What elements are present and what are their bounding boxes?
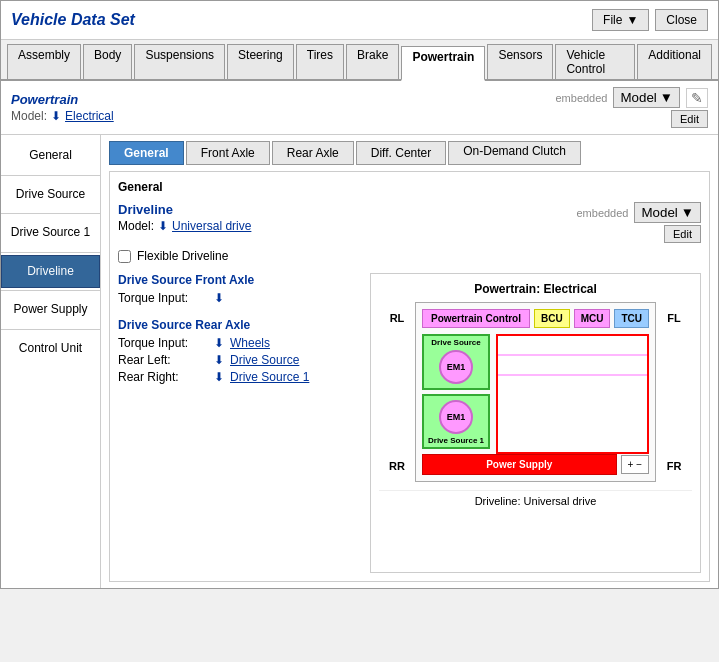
em1-circle[interactable]: EM1 [439,350,473,384]
sub-tab-on-demand-clutch[interactable]: On-Demand Clutch [448,141,581,165]
plus-minus-button[interactable]: + − [621,455,649,474]
edit-icon[interactable]: ✎ [686,88,708,108]
sub-tab-bar: General Front Axle Rear Axle Diff. Cente… [109,141,710,165]
fl-label: FL [656,312,692,324]
drive-source-block[interactable]: Drive Source EM1 [422,334,490,390]
fr-label: FR [656,460,692,472]
diagram-footer: Driveline: Universal drive [379,490,692,507]
tab-additional[interactable]: Additional [637,44,712,79]
rl-label: RL [379,312,415,324]
sidebar: General Drive Source Drive Source 1 Driv… [1,135,101,588]
front-torque-input-row: Torque Input: ⬇ [118,291,358,305]
rear-left-label: Rear Left: [118,353,208,367]
bcu-button[interactable]: BCU [534,309,570,328]
tab-body[interactable]: Body [83,44,132,79]
tab-tires[interactable]: Tires [296,44,344,79]
driveline-download-icon[interactable]: ⬇ [158,219,168,233]
sidebar-item-drive-source[interactable]: Drive Source [1,178,100,212]
rear-torque-label: Torque Input: [118,336,208,350]
sidebar-item-general[interactable]: General [1,139,100,173]
rear-torque-download-icon[interactable]: ⬇ [214,336,224,350]
section-title: Powertrain [11,92,114,107]
tab-vehicle-control[interactable]: Vehicle Control [555,44,635,79]
drive-source-form: Drive Source Front Axle Torque Input: ⬇ … [118,273,358,573]
rear-right-value[interactable]: Drive Source 1 [230,370,309,384]
driveline-model-button[interactable]: Model ▼ [634,202,701,223]
download-icon[interactable]: ⬇ [51,109,61,123]
driveline-model-label: Model: [118,219,154,233]
sidebar-item-drive-source-1[interactable]: Drive Source 1 [1,216,100,250]
front-torque-download-icon[interactable]: ⬇ [214,291,224,305]
sidebar-item-control-unit[interactable]: Control Unit [1,332,100,366]
red-outline-box [496,334,649,454]
rear-left-row: Rear Left: ⬇ Drive Source [118,353,358,367]
section-model-link[interactable]: Electrical [65,109,114,123]
em2-circle[interactable]: EM1 [439,400,473,434]
flexible-driveline-label: Flexible Driveline [137,249,228,263]
powertrain-control-button[interactable]: Powertrain Control [422,309,530,328]
sidebar-item-power-supply[interactable]: Power Supply [1,293,100,327]
rr-label: RR [379,460,415,472]
embedded-label: embedded [555,92,607,104]
driveline-embedded-label: embedded [576,207,628,219]
rear-right-label: Rear Right: [118,370,208,384]
model-select-button[interactable]: Model ▼ [613,87,680,108]
flexible-driveline-row: Flexible Driveline [118,249,701,263]
flexible-driveline-checkbox[interactable] [118,250,131,263]
sub-tab-rear-axle[interactable]: Rear Axle [272,141,354,165]
sub-tab-diff-center[interactable]: Diff. Center [356,141,446,165]
tab-assembly[interactable]: Assembly [7,44,81,79]
drive-source-front-title: Drive Source Front Axle [118,273,358,287]
tab-brake[interactable]: Brake [346,44,399,79]
window-title: Vehicle Data Set [11,11,135,29]
model-label: Model: [11,109,47,123]
rear-left-value[interactable]: Drive Source [230,353,299,367]
powertrain-diagram: Powertrain: Electrical RL RR [370,273,701,573]
tab-panel-label: General [118,180,701,194]
mcu-button[interactable]: MCU [574,309,611,328]
sub-tab-front-axle[interactable]: Front Axle [186,141,270,165]
tab-steering[interactable]: Steering [227,44,294,79]
sidebar-item-driveline[interactable]: Driveline [1,255,100,289]
power-supply-button[interactable]: Power Supply [422,454,617,475]
section-edit-button[interactable]: Edit [671,110,708,128]
power-supply-row: Power Supply + − [422,454,649,475]
front-torque-label: Torque Input: [118,291,208,305]
file-button[interactable]: File ▼ [592,9,649,31]
rear-left-download-icon[interactable]: ⬇ [214,353,224,367]
top-tab-bar: Assembly Body Suspensions Steering Tires… [1,40,718,81]
tab-panel: General Driveline Model: ⬇ Universal dri… [109,171,710,582]
drive-source-rear-title: Drive Source Rear Axle [118,318,358,332]
driveline-model-value[interactable]: Universal drive [172,219,251,233]
driveline-title: Driveline [118,202,251,217]
rear-torque-input-row: Torque Input: ⬇ Wheels [118,336,358,350]
close-button[interactable]: Close [655,9,708,31]
rear-right-download-icon[interactable]: ⬇ [214,370,224,384]
tab-sensors[interactable]: Sensors [487,44,553,79]
tab-powertrain[interactable]: Powertrain [401,46,485,81]
drive-source-1-block[interactable]: EM1 Drive Source 1 [422,394,490,450]
driveline-edit-button[interactable]: Edit [664,225,701,243]
tcu-button[interactable]: TCU [614,309,649,328]
tab-suspensions[interactable]: Suspensions [134,44,225,79]
rear-right-row: Rear Right: ⬇ Drive Source 1 [118,370,358,384]
rear-torque-value[interactable]: Wheels [230,336,270,350]
sub-tab-general[interactable]: General [109,141,184,165]
diagram-title: Powertrain: Electrical [379,282,692,296]
